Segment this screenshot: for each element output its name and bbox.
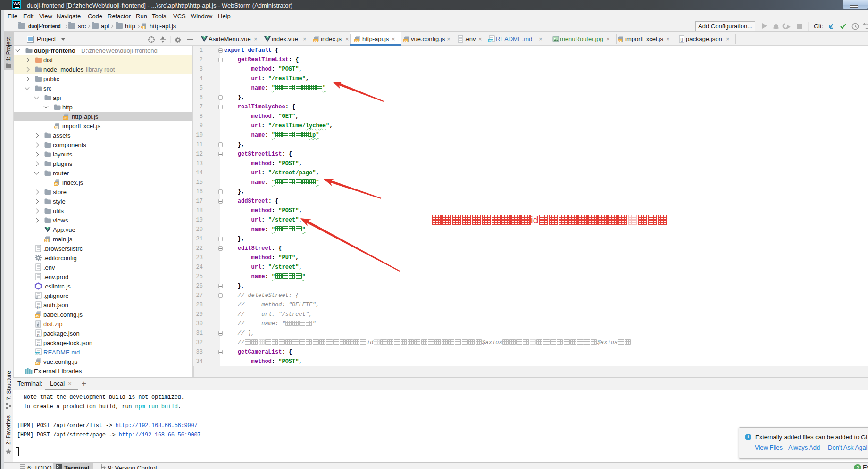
svg-text:JS: JS xyxy=(45,239,49,242)
svg-text:2: 2 xyxy=(856,466,859,469)
svg-text:{⁢}: {⁢} xyxy=(37,333,40,337)
svg-text:MD: MD xyxy=(35,352,40,355)
svg-text:JS: JS xyxy=(64,116,68,120)
svg-text:{⁢}: {⁢} xyxy=(680,37,683,42)
svg-text:JS: JS xyxy=(404,39,408,42)
svg-text:JS: JS xyxy=(35,314,40,318)
svg-text:{⁢}: {⁢} xyxy=(37,305,40,309)
svg-text:{⁢}: {⁢} xyxy=(37,343,40,346)
svg-text:JS: JS xyxy=(314,39,318,42)
svg-text:JS: JS xyxy=(618,39,622,42)
svg-text:Ev: Ev xyxy=(863,464,868,469)
svg-text:JS: JS xyxy=(355,39,359,42)
svg-text:JS: JS xyxy=(54,182,58,186)
svg-text:JS: JS xyxy=(54,126,58,129)
svg-text:MD: MD xyxy=(488,39,493,42)
svg-text:Git:: Git: xyxy=(814,23,823,30)
svg-text:JS: JS xyxy=(35,362,40,365)
svg-text:JS: JS xyxy=(141,26,145,29)
